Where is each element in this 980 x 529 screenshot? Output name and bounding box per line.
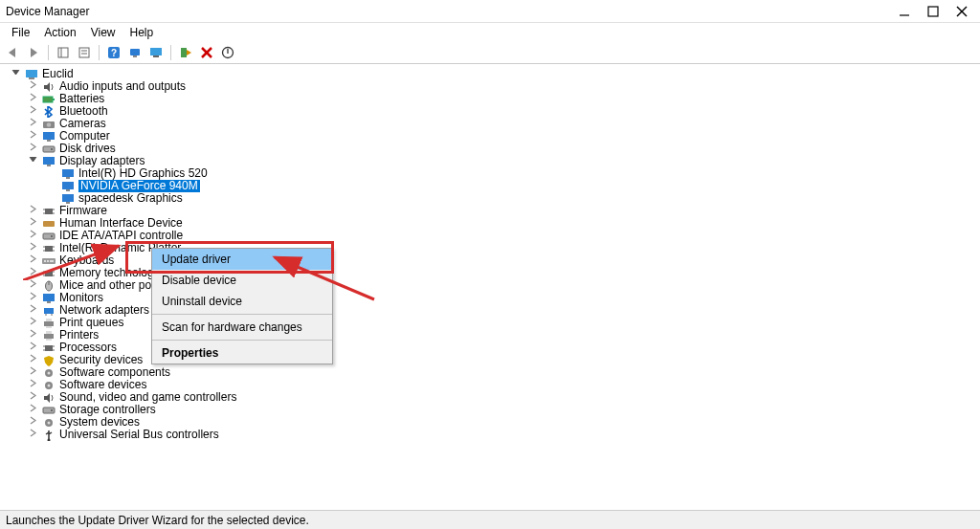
speaker-icon (41, 391, 56, 405)
svg-rect-13 (150, 48, 162, 55)
tree-category[interactable]: Software components (6, 366, 978, 379)
svg-rect-34 (66, 189, 70, 191)
gear-icon (41, 366, 56, 380)
expander-icon[interactable] (27, 342, 38, 354)
tree-category[interactable]: Universal Serial Bus controllers (6, 429, 978, 441)
expander-icon[interactable] (27, 379, 38, 391)
tree-category[interactable]: Computer (6, 130, 978, 143)
device-tree[interactable]: EuclidAudio inputs and outputsBatteriesB… (0, 64, 980, 510)
expander-icon[interactable] (27, 242, 38, 254)
toolbar-separator (99, 45, 100, 60)
help-button[interactable]: ? (105, 44, 122, 61)
disable-button[interactable] (219, 44, 236, 61)
svg-rect-54 (45, 271, 53, 276)
menu-item-properties[interactable]: Properties (152, 342, 332, 364)
expander-icon[interactable] (27, 267, 38, 279)
svg-rect-66 (44, 321, 54, 326)
status-text: Launches the Update Driver Wizard for th… (6, 514, 309, 527)
battery-icon (41, 93, 56, 106)
pc-icon (24, 68, 39, 81)
expander-icon[interactable] (27, 205, 38, 217)
properties-button[interactable] (76, 44, 93, 61)
drive-icon (41, 230, 56, 243)
drive-icon (41, 143, 56, 156)
tree-category[interactable]: Disk drives (6, 143, 978, 155)
maximize-button[interactable] (926, 5, 940, 18)
menu-help[interactable]: Help (124, 25, 160, 40)
menu-item-update-driver[interactable]: Update driver (152, 249, 332, 270)
gear-icon (41, 379, 56, 392)
svg-rect-14 (153, 55, 159, 57)
menu-item-disable-device[interactable]: Disable device (152, 270, 332, 291)
gear-icon (41, 416, 56, 430)
computer-icon-button[interactable] (147, 44, 165, 61)
expander-icon[interactable] (27, 143, 38, 155)
scan-hardware-button[interactable] (126, 44, 144, 61)
menu-action[interactable]: Action (38, 25, 81, 40)
svg-text:?: ? (111, 48, 117, 58)
context-menu: Update driverDisable deviceUninstall dev… (151, 248, 333, 364)
menu-file[interactable]: File (6, 25, 35, 40)
svg-point-78 (48, 371, 51, 374)
uninstall-button[interactable] (198, 44, 215, 61)
expander-icon[interactable] (27, 416, 38, 429)
expander-icon[interactable] (27, 354, 38, 366)
expander-icon[interactable] (27, 304, 38, 317)
expander-icon[interactable] (27, 404, 38, 416)
close-button[interactable] (955, 5, 969, 18)
expander-icon[interactable] (27, 80, 38, 93)
tree-category[interactable]: Cameras (6, 118, 978, 130)
keyboard-icon (41, 254, 56, 268)
toolbar: ? (0, 42, 980, 64)
tree-category[interactable]: Batteries (6, 93, 978, 105)
printer-icon (41, 329, 56, 342)
svg-rect-27 (43, 146, 55, 152)
svg-rect-35 (62, 194, 74, 202)
svg-rect-81 (43, 408, 55, 413)
expander-icon[interactable] (27, 217, 38, 230)
expander-icon[interactable] (27, 292, 38, 304)
tree-category[interactable]: Bluetooth (6, 105, 978, 118)
show-hide-console-button[interactable] (55, 44, 72, 61)
expander-icon[interactable] (27, 93, 38, 105)
svg-rect-45 (45, 246, 53, 252)
svg-rect-69 (44, 334, 54, 339)
menu-item-uninstall-device[interactable]: Uninstall device (152, 291, 332, 312)
expander-icon[interactable] (27, 130, 38, 143)
expander-icon[interactable] (27, 254, 38, 267)
expander-icon[interactable] (27, 317, 38, 329)
svg-rect-43 (43, 233, 55, 239)
tree-category[interactable]: Audio inputs and outputs (6, 80, 978, 93)
svg-rect-61 (43, 294, 55, 301)
update-driver-button[interactable] (177, 44, 194, 61)
svg-rect-70 (46, 331, 52, 334)
svg-point-82 (51, 409, 53, 411)
tree-device[interactable]: spacedesk Graphics (6, 192, 978, 205)
svg-rect-6 (79, 48, 89, 57)
expander-icon[interactable] (27, 155, 38, 167)
monitor-icon (41, 292, 56, 305)
expander-icon[interactable] (27, 391, 38, 404)
minimize-button[interactable] (898, 5, 911, 18)
monitor-icon (60, 180, 76, 193)
expander-icon[interactable] (27, 366, 38, 379)
menu-view[interactable]: View (85, 25, 122, 40)
svg-point-24 (47, 122, 52, 127)
usb-icon (41, 429, 56, 442)
expander-icon[interactable] (10, 68, 21, 80)
svg-rect-20 (29, 77, 34, 79)
svg-rect-52 (47, 260, 49, 262)
forward-button[interactable] (25, 44, 42, 61)
expander-icon[interactable] (27, 230, 38, 242)
expander-icon[interactable] (27, 105, 38, 118)
expander-icon[interactable] (27, 429, 38, 441)
expander-icon[interactable] (27, 329, 38, 342)
svg-rect-26 (47, 140, 51, 142)
expander-icon[interactable] (27, 279, 38, 292)
svg-rect-21 (43, 97, 53, 102)
menu-item-scan-for-hardware-changes[interactable]: Scan for hardware changes (152, 317, 332, 338)
back-button[interactable] (4, 44, 21, 61)
tree-category[interactable]: Storage controllers (6, 404, 978, 416)
expander-icon[interactable] (27, 118, 38, 130)
chip-icon (41, 267, 56, 280)
